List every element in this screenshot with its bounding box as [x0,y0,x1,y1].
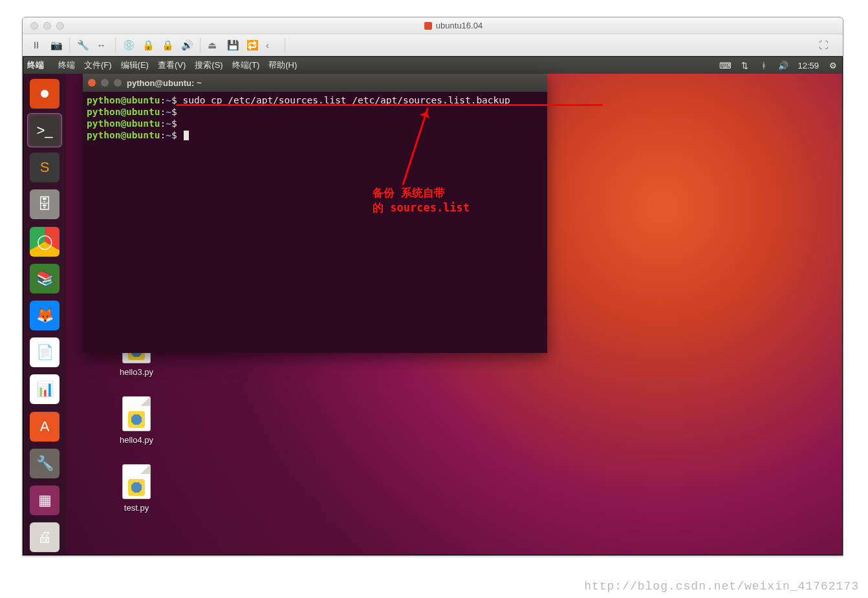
host-title-text: ubuntu16.04 [436,21,483,30]
mac-max-dot[interactable] [56,22,64,30]
lock1-icon[interactable]: 🔒 [139,38,156,52]
share-icon[interactable]: 🔁 [243,38,260,52]
ubuntu-desktop[interactable]: 终端 终端 文件(F) 编辑(E) 查看(V) 搜索(S) 终端(T) 帮助(H… [23,57,842,555]
save-icon[interactable]: 💾 [224,38,241,52]
launcher-printer[interactable]: 🖨 [27,520,62,555]
launcher-dash[interactable] [27,76,62,111]
minimize-icon[interactable] [101,79,109,87]
virtualbox-host-window: ubuntu16.04 ⏸ 📷 🔧 ↔ 💿 🔒 🔒 🔊 ⏏ 💾 🔁 ‹ ⛶ [22,17,843,556]
launcher-firefox[interactable]: 🦊 [27,298,62,332]
launcher-workspace[interactable]: ▦ [27,484,62,518]
desktop-file[interactable]: test.py [101,464,172,513]
chevron-left-icon[interactable]: ‹ [263,38,279,52]
bluetooth-icon[interactable]: ᚼ [759,60,769,70]
desktop-icons: hello3.pyhello4.pytest.py [101,328,172,532]
mac-close-dot[interactable] [30,22,38,30]
menu-terminal[interactable]: 终端 [58,59,75,71]
launcher-books[interactable]: 📚 [27,261,62,295]
terminal-window[interactable]: python@ubuntu: ~ python@ubuntu:~$ sudo c… [83,74,547,353]
optical-drive-icon[interactable]: 💿 [120,38,136,52]
annotation-text: 备份 系统自带 的 sources.list [373,186,470,215]
terminal-title: python@ubuntu: ~ [127,78,202,88]
file-label: hello3.py [101,367,172,377]
fullscreen-icon[interactable]: ⛶ [816,38,832,52]
annotation-underline [176,104,603,106]
launcher-sublime[interactable]: S [27,150,62,184]
volume-icon[interactable]: 🔊 [778,60,788,70]
host-window-title: ubuntu16.04 [64,21,843,30]
launcher-writer[interactable]: 📄 [27,336,62,370]
watermark-url: http://blog.csdn.net/weixin_41762173 [584,580,859,593]
terminal-body[interactable]: python@ubuntu:~$ sudo cp /etc/apt/source… [83,92,547,353]
menu-edit[interactable]: 编辑(E) [121,59,149,71]
mac-traffic-lights[interactable] [23,22,64,30]
settings-button[interactable]: 🔧 [74,38,91,52]
clock[interactable]: 12:59 [797,61,819,70]
guest-vm-frame: 终端 终端 文件(F) 编辑(E) 查看(V) 搜索(S) 终端(T) 帮助(H… [23,56,843,555]
desktop-file[interactable]: hello4.py [101,396,172,445]
network-icon[interactable]: ⇅ [739,60,750,70]
keyboard-icon[interactable]: ⌨ [720,60,730,70]
terminal-line: python@ubuntu:~$ [87,129,543,141]
cursor [184,131,189,140]
terminal-line: python@ubuntu:~$ [87,118,543,129]
active-app-label: 终端 [27,59,53,71]
unity-launcher: >_S🗄◯📚🦊📄📊A🔧▦🖨 [23,74,66,555]
usb-icon[interactable]: ⏏ [204,38,221,52]
close-icon[interactable] [88,79,96,87]
menu-file[interactable]: 文件(F) [84,59,112,71]
snapshot-button[interactable]: 📷 [47,38,64,52]
terminal-titlebar[interactable]: python@ubuntu: ~ [83,74,547,92]
launcher-files[interactable]: 🗄 [27,187,62,222]
terminal-line: python@ubuntu:~$ [87,106,543,118]
ubuntu-top-panel: 终端 终端 文件(F) 编辑(E) 查看(V) 搜索(S) 终端(T) 帮助(H… [23,57,842,74]
maximize-icon[interactable] [114,79,122,87]
lock2-icon[interactable]: 🔒 [158,38,175,52]
menu-view[interactable]: 查看(V) [158,59,186,71]
launcher-chrome[interactable]: ◯ [27,224,62,259]
host-toolbar: ⏸ 📷 🔧 ↔ 💿 🔒 🔒 🔊 ⏏ 💾 🔁 ‹ ⛶ [23,34,843,56]
launcher-calc[interactable]: 📊 [27,372,62,407]
menu-search[interactable]: 搜索(S) [195,59,222,71]
launcher-software[interactable]: A [27,409,62,443]
ubuntu-icon [424,22,432,30]
audio-icon[interactable]: 🔊 [178,38,195,52]
launcher-terminal[interactable]: >_ [27,113,62,147]
pause-button[interactable]: ⏸ [28,38,45,52]
file-label: hello4.py [101,435,172,445]
menu-help[interactable]: 帮助(H) [268,59,297,71]
mac-min-dot[interactable] [43,22,51,30]
file-label: test.py [101,503,172,513]
gear-icon[interactable]: ⚙ [828,60,838,70]
launcher-settings[interactable]: 🔧 [27,446,62,480]
host-titlebar[interactable]: ubuntu16.04 [23,17,843,34]
menubar: 终端 文件(F) 编辑(E) 查看(V) 搜索(S) 终端(T) 帮助(H) [53,59,297,71]
panel-indicators: ⌨ ⇅ ᚼ 🔊 12:59 ⚙ [720,60,838,70]
menu-terminal2[interactable]: 终端(T) [232,59,260,71]
input-capture-button[interactable]: ↔ [93,38,110,52]
